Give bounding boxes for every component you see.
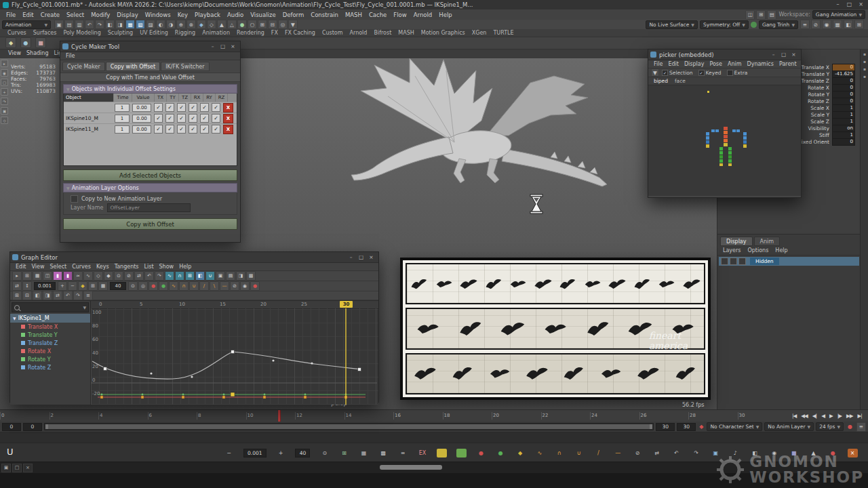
cycle-tab[interactable]: IK/FK Switcher bbox=[161, 62, 209, 71]
graph-toolbar-icon[interactable]: ▩ bbox=[246, 271, 256, 281]
menu-item[interactable]: Cache bbox=[366, 12, 390, 18]
picker-titlebar[interactable]: picker (embedded) –□× bbox=[648, 49, 801, 60]
shelf-tab[interactable]: Bifrost bbox=[370, 30, 395, 36]
toolbar-right-icon[interactable]: ◧ bbox=[844, 20, 853, 29]
anim-layer-selector[interactable]: No Anim Layer ▼ bbox=[764, 422, 814, 431]
toolbox-icon[interactable]: ▢ bbox=[1, 79, 8, 86]
cycle-tab[interactable]: Copy with Offset bbox=[106, 62, 160, 71]
offset-table-row[interactable]: IKSpine11_M 1 0.00 ✓ ✓ ✓ ✓ ✓ ✓ X bbox=[64, 123, 237, 134]
animation-end-field[interactable]: 30 bbox=[677, 423, 696, 431]
menu-item[interactable]: Audio bbox=[224, 12, 247, 18]
graph-toolbar-icon[interactable]: ◉ bbox=[240, 281, 250, 291]
picker-filter[interactable]: ✓ Selection bbox=[662, 70, 693, 76]
shelf-tab[interactable]: Rendering bbox=[233, 30, 268, 36]
toolbar-icon[interactable]: ○ bbox=[248, 20, 257, 29]
rx-checkbox[interactable]: ✓ bbox=[189, 103, 197, 112]
toolbar-icon[interactable]: ▦ bbox=[125, 20, 135, 29]
graph-toolbar-icon[interactable]: ▦ bbox=[33, 271, 42, 281]
menu-item[interactable]: Flow bbox=[390, 12, 410, 18]
graph-toolbar-icon[interactable]: ⇄ bbox=[134, 271, 144, 281]
menu-item[interactable]: Select bbox=[63, 12, 87, 18]
anim-toolbar-icon[interactable]: ▩ bbox=[378, 449, 389, 458]
window-control-button[interactable]: × bbox=[855, 0, 867, 9]
graph-editor-menu-item[interactable]: Curves bbox=[69, 264, 94, 270]
graph-toolbar-icon[interactable]: ◫ bbox=[43, 271, 52, 281]
tz-checkbox[interactable]: ✓ bbox=[177, 114, 186, 123]
picker-menu-item[interactable]: File bbox=[651, 61, 665, 67]
filter-checkbox[interactable]: ✓ bbox=[698, 70, 705, 76]
toolbox-icon[interactable]: + bbox=[1, 88, 8, 96]
window-control-button[interactable]: □ bbox=[778, 49, 789, 60]
frame-tick[interactable]: 2 bbox=[50, 410, 99, 422]
toolbar-icon[interactable]: ◆ bbox=[197, 20, 206, 29]
graph-toolbar-icon[interactable]: / bbox=[199, 281, 209, 291]
sidebar-strip-icon[interactable]: ▪ bbox=[863, 59, 866, 64]
rx-checkbox[interactable]: ✓ bbox=[189, 125, 197, 134]
graph-toolbar-icon[interactable]: ↶ bbox=[144, 271, 154, 281]
graph-toolbar-icon[interactable]: ◆ bbox=[78, 281, 87, 291]
curve-plot[interactable]: 100806040200-20 bbox=[91, 308, 378, 405]
shelf-tab[interactable]: FX bbox=[268, 30, 281, 36]
anim-toolbar-icon[interactable]: — bbox=[613, 449, 623, 458]
anim-toolbar-icon[interactable]: ∪ bbox=[574, 449, 584, 458]
rz-checkbox[interactable]: ✓ bbox=[212, 125, 220, 134]
playback-button[interactable]: ◀ bbox=[820, 413, 826, 419]
picker-menu-item[interactable]: Pose bbox=[707, 61, 725, 67]
time-offset-field[interactable]: 1 bbox=[115, 104, 130, 112]
window-control-button[interactable]: □ bbox=[356, 252, 366, 262]
outliner-channel-row[interactable]: Translate X bbox=[10, 323, 90, 331]
animation-start-field[interactable]: 0 bbox=[2, 423, 21, 431]
picker-menu-item[interactable]: Anim bbox=[725, 61, 745, 67]
toolbar-icon[interactable]: △ bbox=[227, 20, 237, 29]
graph-toolbar-icon[interactable]: ∩ bbox=[179, 281, 189, 291]
anim-toolbar-icon[interactable] bbox=[456, 449, 467, 458]
value-offset-field[interactable]: 0.00 bbox=[132, 115, 151, 123]
viewport-menu-item[interactable]: View bbox=[5, 50, 24, 56]
time-slider[interactable]: 024681012141618202224262830 |◀◀◀◀|◀▶|▶▶▶… bbox=[0, 409, 868, 422]
playback-button[interactable]: ◀◀ bbox=[800, 413, 809, 419]
picker-canvas[interactable] bbox=[648, 85, 801, 196]
anim-toolbar-icon[interactable]: ∿ bbox=[534, 449, 545, 458]
toolbar-icon[interactable]: ⊞ bbox=[258, 20, 267, 29]
outliner-channel-row[interactable]: Rotate Y bbox=[10, 355, 90, 363]
toolbar-right-icon[interactable]: ≡ bbox=[800, 20, 810, 29]
frame-tick[interactable]: 12 bbox=[295, 410, 344, 422]
toolbox-icon[interactable]: ◉ bbox=[1, 69, 8, 77]
playback-button[interactable]: ◀| bbox=[811, 413, 818, 419]
graph-editor-menu-item[interactable]: Select bbox=[47, 264, 69, 270]
layer-editor-tab[interactable]: Anim bbox=[754, 237, 781, 246]
remove-row-button[interactable]: X bbox=[223, 114, 233, 123]
shelf-tab[interactable]: XGen bbox=[469, 30, 490, 36]
anim-toolbar-icon[interactable]: ● bbox=[476, 449, 486, 458]
anim-toolbar-icon[interactable]: ∩ bbox=[554, 449, 564, 458]
menu-item[interactable]: Visualize bbox=[247, 12, 279, 18]
menu-item[interactable]: Modify bbox=[87, 12, 113, 18]
picker-stray-button[interactable] bbox=[707, 91, 709, 93]
shelf-tab[interactable]: Rigging bbox=[172, 30, 199, 36]
picker-tab[interactable]: biped bbox=[654, 78, 668, 84]
graph-toolbar-icon[interactable]: ● bbox=[149, 281, 158, 291]
toolbox-icon[interactable]: ↷ bbox=[1, 98, 8, 105]
layer-editor-menu-item[interactable]: Help bbox=[772, 247, 790, 253]
graph-toolbar-icon[interactable]: ▣ bbox=[216, 271, 225, 281]
anim-toolbar-icon[interactable]: ≡ bbox=[398, 449, 408, 458]
frame-tick[interactable]: 28 bbox=[688, 410, 738, 422]
menu-item[interactable]: Deform bbox=[279, 12, 308, 18]
graph-toolbar-icon[interactable]: ▦ bbox=[98, 281, 108, 291]
window-control-button[interactable]: × bbox=[366, 252, 376, 262]
taskbar-window-button[interactable]: ▣ bbox=[1, 464, 11, 472]
layer-playback-toggle[interactable] bbox=[730, 258, 737, 265]
toolbar-right-icon[interactable]: ◉ bbox=[822, 20, 831, 29]
shelf-tab[interactable]: Curves bbox=[4, 30, 30, 36]
current-time-marker[interactable] bbox=[278, 410, 281, 422]
shelf-tab[interactable]: Animation bbox=[199, 30, 233, 36]
copy-to-new-layer-checkbox[interactable] bbox=[71, 195, 78, 203]
graph-toolbar-icon[interactable]: + bbox=[58, 281, 67, 291]
outliner-root-node[interactable]: ▼ IKSpine1_M bbox=[10, 314, 90, 323]
value-offset-field[interactable]: 0.00 bbox=[132, 104, 151, 112]
graph-toolbar-icon[interactable]: ↷ bbox=[73, 291, 83, 300]
toolbar-icon[interactable]: ◨ bbox=[115, 20, 125, 29]
graph-toolbar-icon[interactable]: ⊟ bbox=[22, 291, 32, 300]
time-offset-field[interactable]: 1 bbox=[115, 115, 130, 123]
graph-toolbar-icon[interactable]: ⊞ bbox=[22, 271, 32, 281]
